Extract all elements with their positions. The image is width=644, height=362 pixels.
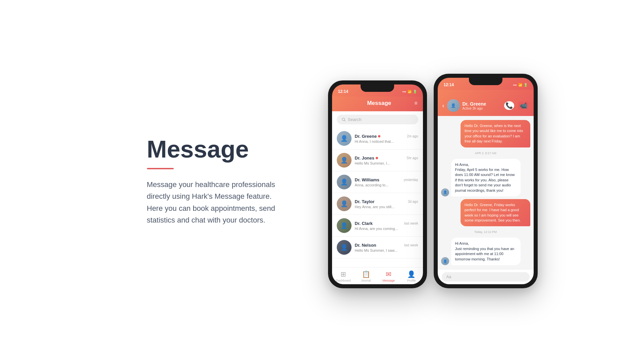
message-received: Hi Anna,Just reminding you that you have… bbox=[451, 238, 521, 265]
conv-time: last week bbox=[404, 222, 418, 225]
conv-name: Dr. Williams bbox=[355, 177, 380, 182]
list-item[interactable]: 👤 Dr. Greene 2m ago Hi Anna, I noticed t… bbox=[332, 128, 423, 149]
nav-journal-label: Journal bbox=[361, 279, 371, 282]
message-input[interactable]: Aa bbox=[442, 272, 530, 282]
messages-container: Hello Dr. Greene, when is the next time … bbox=[438, 116, 534, 269]
nav-message-label: Message bbox=[383, 279, 395, 282]
conv-preview: Anna, according to... bbox=[355, 183, 418, 187]
message-date: APR 2, 8:27 AM bbox=[441, 152, 530, 155]
conv-preview: Hi Anna, I noticed that... bbox=[355, 139, 418, 143]
back-icon[interactable]: ‹ bbox=[442, 102, 444, 109]
conv-time: 5hr ago bbox=[407, 156, 418, 160]
list-item[interactable]: 👤 Dr. Clark last week Hi Anna, are you c… bbox=[332, 215, 423, 237]
svg-line-1 bbox=[344, 120, 345, 121]
wifi-icon: 📶 bbox=[518, 83, 522, 87]
phone-2-status-icons: ▪▪▪ 📶 🔋 bbox=[513, 83, 528, 87]
message-sent: Hello Dr. Greene, Friday works perfect f… bbox=[461, 199, 530, 227]
avatar-greene: 👤 bbox=[337, 131, 352, 146]
conv-info-nelson: Dr. Nelson last week Hello Ms Summer, I … bbox=[355, 243, 418, 252]
conv-info-taylor: Dr. Taylor 3d ago Hey Anna, are you stil… bbox=[355, 199, 418, 209]
message-received: Hi Anna,Friday, April 5 works for me. Ho… bbox=[451, 159, 521, 196]
online-indicator bbox=[376, 157, 378, 159]
phone-2-screen: 12:14 ▪▪▪ 📶 🔋 ‹ 👤 Dr. Greene Acti bbox=[438, 78, 534, 284]
nav-profile[interactable]: 👤 Profile bbox=[403, 270, 420, 282]
phone-1-header: Message ≡ bbox=[332, 97, 423, 111]
page-description: Message your healthcare professionals di… bbox=[147, 179, 281, 226]
conv-time: last week bbox=[404, 243, 418, 247]
nav-journal[interactable]: 📋 Journal bbox=[358, 270, 374, 282]
phone-1-notch bbox=[361, 84, 394, 92]
avatar-clark: 👤 bbox=[337, 218, 352, 233]
avatar-taylor: 👤 bbox=[337, 196, 352, 211]
phone-1-header-title: Message bbox=[344, 100, 415, 107]
wifi-icon: 📶 bbox=[408, 90, 412, 94]
list-item[interactable]: 👤 Dr. Williams yesterday Anna, according… bbox=[332, 171, 423, 193]
search-icon bbox=[341, 117, 346, 122]
message-input-bar: Aa bbox=[438, 269, 534, 284]
conv-name: Dr. Nelson bbox=[355, 243, 376, 248]
search-bar[interactable]: Search bbox=[337, 115, 418, 124]
page-wrapper: Message Message your healthcare professi… bbox=[0, 0, 644, 362]
battery-icon: 🔋 bbox=[524, 83, 528, 87]
list-item[interactable]: 👤 Dr. Nelson last week Hello Ms Summer, … bbox=[332, 237, 423, 258]
page-title: Message bbox=[147, 136, 281, 163]
menu-icon[interactable]: ≡ bbox=[414, 100, 417, 106]
left-section: Message Message your healthcare professi… bbox=[107, 136, 301, 226]
nav-dashboard-label: Dashboard bbox=[336, 279, 351, 282]
chat-avatar: 👤 bbox=[447, 99, 460, 112]
online-indicator bbox=[378, 135, 380, 137]
profile-icon: 👤 bbox=[407, 270, 416, 278]
phone-1-screen: 12:14 ▪▪▪ 📶 🔋 Message ≡ bbox=[332, 84, 423, 284]
conv-preview: Hey Anna, are you still... bbox=[355, 205, 418, 209]
bottom-nav: ⊞ Dashboard 📋 Journal ✉ Message 👤 Profil… bbox=[332, 267, 423, 284]
dashboard-icon: ⊞ bbox=[340, 270, 346, 278]
conv-info-clark: Dr. Clark last week Hi Anna, are you com… bbox=[355, 221, 418, 231]
nav-dashboard[interactable]: ⊞ Dashboard bbox=[335, 270, 352, 282]
conv-preview: Hello Ms Summer, I... bbox=[355, 161, 418, 165]
phone-1-time: 12:14 bbox=[338, 89, 348, 94]
msg-avatar-small: 👤 bbox=[441, 257, 449, 265]
chat-doctor-status: Active 3h ago bbox=[463, 107, 501, 110]
message-date: Today, 12:12 PM bbox=[441, 230, 530, 234]
conversation-list: 👤 Dr. Greene 2m ago Hi Anna, I noticed t… bbox=[332, 128, 423, 267]
conv-info-greene: Dr. Greene 2m ago Hi Anna, I noticed tha… bbox=[355, 134, 418, 143]
conv-name: Dr. Clark bbox=[355, 221, 373, 226]
video-call-icon[interactable]: 📹 bbox=[518, 102, 529, 110]
conv-time: 3d ago bbox=[408, 200, 418, 203]
list-item[interactable]: 👤 Dr. Taylor 3d ago Hey Anna, are you st… bbox=[332, 193, 423, 215]
chat-header-info: Dr. Greene Active 3h ago bbox=[463, 101, 501, 110]
conv-info-williams: Dr. Williams yesterday Anna, according t… bbox=[355, 177, 418, 187]
nav-message[interactable]: ✉ Message bbox=[380, 270, 397, 282]
nav-profile-label: Profile bbox=[407, 279, 416, 282]
avatar-nelson: 👤 bbox=[337, 240, 352, 255]
avatar-jones: 👤 bbox=[337, 153, 352, 168]
battery-icon: 🔋 bbox=[413, 90, 417, 94]
phone-2-notch bbox=[469, 78, 502, 85]
message-icon: ✉ bbox=[386, 270, 391, 278]
svg-point-0 bbox=[342, 118, 345, 121]
chat-actions: 📞 📹 bbox=[504, 101, 529, 110]
conv-time: yesterday bbox=[404, 178, 418, 182]
conv-time: 2m ago bbox=[407, 134, 418, 138]
avatar-williams: 👤 bbox=[337, 175, 352, 189]
conv-name: Dr. Jones bbox=[355, 156, 378, 161]
list-item[interactable]: 👤 Dr. Jones 5hr ago Hello Ms Summer, I..… bbox=[332, 149, 423, 171]
signal-icon: ▪▪▪ bbox=[513, 83, 517, 87]
conv-name: Dr. Taylor bbox=[355, 199, 375, 204]
conv-info-jones: Dr. Jones 5hr ago Hello Ms Summer, I... bbox=[355, 156, 418, 165]
chat-doctor-name: Dr. Greene bbox=[463, 101, 501, 107]
search-container: Search bbox=[332, 111, 423, 128]
search-input-placeholder: Search bbox=[348, 117, 362, 122]
phone-1-frame: 12:14 ▪▪▪ 📶 🔋 Message ≡ bbox=[328, 80, 427, 288]
message-received-wrapper: 👤 Hi Anna,Friday, April 5 works for me. … bbox=[441, 159, 530, 196]
conv-preview: Hi Anna, are you coming... bbox=[355, 227, 418, 231]
phone-1-status-icons: ▪▪▪ 📶 🔋 bbox=[402, 90, 417, 94]
msg-avatar-small: 👤 bbox=[441, 188, 449, 196]
message-sent: Hello Dr. Greene, when is the next time … bbox=[461, 120, 530, 147]
phone-call-icon[interactable]: 📞 bbox=[504, 101, 514, 110]
conv-preview: Hello Ms Summer, I saw... bbox=[355, 248, 418, 252]
signal-icon: ▪▪▪ bbox=[402, 90, 406, 94]
phone-2-time: 12:14 bbox=[444, 82, 454, 87]
chat-header: ‹ 👤 Dr. Greene Active 3h ago 📞 📹 bbox=[438, 90, 534, 116]
conv-name: Dr. Greene bbox=[355, 134, 381, 139]
